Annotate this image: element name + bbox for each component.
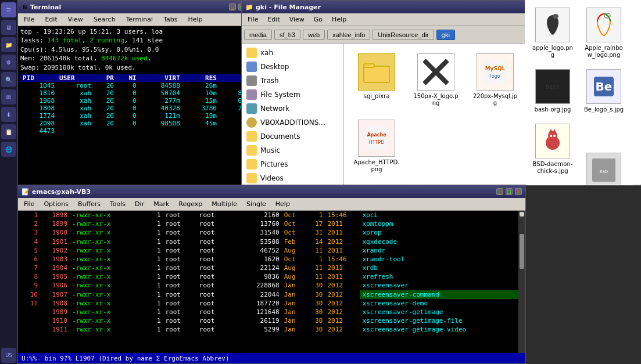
file-item-bsd-figurines[interactable]: BSD BSD_figurines.jpg bbox=[581, 150, 627, 185]
sidebar-item-network[interactable]: Network bbox=[242, 102, 343, 116]
emacs-menu-buffers[interactable]: Buffers bbox=[74, 199, 104, 209]
taskbar-icon-3[interactable]: ⚙ bbox=[1, 55, 16, 70]
be-logo-icon: Be bbox=[586, 69, 621, 104]
terminal-content[interactable]: top - 19:23:26 up 15:21, 3 users, loa Ta… bbox=[18, 26, 258, 185]
terminal-window: 🖥 Terminal _ □ ✕ File Edit View Search T… bbox=[17, 0, 259, 186]
emacs-line-numbers: 1 2 3 4 5 6 7 8 9 10 11 bbox=[18, 211, 40, 353]
taskbar-icon-5[interactable]: ✉ bbox=[1, 89, 16, 104]
emacs-menu-file[interactable]: File bbox=[20, 199, 38, 209]
col-pid: PID bbox=[20, 74, 57, 82]
extra-files-grid: apple_logo.png Apple_rainbow_logo.png ba… bbox=[529, 5, 636, 185]
table-row: 1808xah2004032837802496 bbox=[20, 104, 256, 112]
file-item-apache[interactable]: Apache HTTPD Apache_HTTPD.png bbox=[350, 117, 403, 176]
fm-menu-view[interactable]: View bbox=[286, 15, 308, 24]
terminal-menu-tabs[interactable]: Tabs bbox=[160, 15, 181, 24]
sidebar-item-filesystem[interactable]: File System bbox=[242, 88, 343, 102]
emacs-menu-dir[interactable]: Dir bbox=[131, 199, 148, 209]
svg-rect-4 bbox=[484, 60, 507, 84]
fm-toolbar-unixresource[interactable]: UnixResource_dir bbox=[373, 30, 434, 40]
xlogo-icon bbox=[417, 53, 454, 91]
svg-text:MySQL: MySQL bbox=[485, 66, 506, 71]
fm-menu-go[interactable]: Go bbox=[310, 15, 326, 24]
taskbar-left: ☰ 🖥 📁 ⚙ 🔍 ✉ ⬇ 📋 🌐 US bbox=[0, 0, 17, 364]
taskbar-icon-1[interactable]: 🖥 bbox=[1, 20, 16, 35]
table-row: 1906 -rwxr-xr-x 1 root root 228868 Jan 3… bbox=[40, 281, 518, 290]
fm-menu-file[interactable]: File bbox=[244, 15, 262, 24]
file-name-bsd-daemon: BSD-daemon-chick-s.jpg bbox=[532, 161, 573, 175]
sidebar-item-vbox[interactable]: VBOXADDITIONS... bbox=[242, 116, 343, 129]
terminal-menu-terminal[interactable]: Terminal bbox=[123, 15, 157, 24]
file-item-apple-rainbow[interactable]: Apple_rainbow_logo.png bbox=[581, 5, 627, 62]
taskbar-icon-2[interactable]: 📁 bbox=[1, 37, 16, 52]
file-item-apple-logo[interactable]: apple_logo.png bbox=[529, 5, 576, 62]
emacs-close-button[interactable]: ✕ bbox=[515, 188, 522, 195]
file-name-mysql: 220px-Mysql.jpg bbox=[472, 93, 518, 107]
cdrom-icon bbox=[246, 117, 257, 128]
bsd-daemon-icon bbox=[535, 124, 570, 158]
file-item-bsd-daemon[interactable]: BSD-daemon-chick-s.jpg bbox=[529, 121, 576, 185]
col-pr: PR bbox=[94, 74, 116, 82]
table-row: 1968xah200277m15m6284 bbox=[20, 97, 256, 104]
sidebar-item-pictures[interactable]: Pictures bbox=[242, 157, 343, 171]
emacs-menu-mark[interactable]: Mark bbox=[150, 199, 173, 209]
sidebar-item-desktop[interactable]: Desktop bbox=[242, 60, 343, 74]
emacs-menu-single[interactable]: Single bbox=[243, 199, 270, 209]
sidebar-item-videos[interactable]: Videos bbox=[242, 171, 343, 185]
emacs-maximize-button[interactable]: □ bbox=[506, 188, 513, 195]
fm-toolbar-media[interactable]: media bbox=[244, 30, 272, 40]
taskbar-icon-6[interactable]: ⬇ bbox=[1, 107, 16, 122]
emacs-main-content[interactable]: 1898 -rwxr-xr-x 1 root root 2160 Oct 1 1… bbox=[40, 211, 518, 353]
videos-icon bbox=[246, 173, 257, 183]
documents-icon bbox=[246, 131, 257, 142]
emacs-menu-regexp[interactable]: Regexp bbox=[175, 199, 206, 209]
fm-menu-help[interactable]: Help bbox=[328, 15, 350, 24]
table-row: 1910 -rwxr-xr-x 1 root root 26119 Jan 30… bbox=[40, 316, 518, 325]
emacs-content[interactable]: 1 2 3 4 5 6 7 8 9 10 11 1898 -rwxr-xr-x … bbox=[18, 211, 525, 353]
sidebar-item-xah[interactable]: xah bbox=[242, 46, 343, 60]
fm-toolbar-xahlee[interactable]: xahlee_info bbox=[327, 30, 370, 40]
fm-toolbar-gki[interactable]: gki bbox=[436, 30, 455, 40]
sidebar-label-pictures: Pictures bbox=[260, 160, 288, 168]
emacs-minimize-button[interactable]: _ bbox=[496, 188, 503, 195]
svg-point-22 bbox=[553, 135, 556, 137]
sidebar-label-music: Music bbox=[260, 146, 280, 154]
terminal-menu-help[interactable]: Help bbox=[185, 15, 206, 24]
terminal-menu-file[interactable]: File bbox=[20, 15, 38, 24]
terminal-menu-view[interactable]: View bbox=[65, 15, 87, 24]
file-item-mysql[interactable]: MySQL logo 220px-Mysql.jpg bbox=[469, 51, 521, 110]
sidebar-label-vbox: VBOXADDITIONS... bbox=[260, 118, 325, 127]
file-item-sgipixra[interactable]: sgi_pixra bbox=[350, 51, 403, 110]
sidebar-item-trash[interactable]: Trash bbox=[242, 74, 343, 88]
taskbar-icon-us[interactable]: US bbox=[1, 348, 16, 363]
emacs-menu-multiple[interactable]: Multiple bbox=[208, 199, 241, 209]
sidebar-label-network: Network bbox=[260, 104, 289, 113]
sidebar-item-music[interactable]: Music bbox=[242, 143, 343, 157]
col-res: RES bbox=[182, 74, 219, 82]
folder-file-icon bbox=[358, 53, 395, 91]
taskbar-icon-4[interactable]: 🔍 bbox=[1, 72, 16, 87]
folder-icon bbox=[246, 48, 257, 58]
svg-text:logo: logo bbox=[490, 74, 500, 79]
taskbar-icon-7[interactable]: 📋 bbox=[1, 124, 16, 139]
emacs-menu-options[interactable]: Options bbox=[40, 199, 71, 209]
emacs-scrollbar[interactable] bbox=[518, 211, 525, 353]
fm-toolbar-web[interactable]: web bbox=[303, 30, 325, 40]
terminal-icon: 🖥 bbox=[22, 3, 28, 11]
fm-menu-edit[interactable]: Edit bbox=[264, 15, 283, 24]
taskbar-icon-8[interactable]: 🌐 bbox=[1, 142, 16, 157]
taskbar-icon-0[interactable]: ☰ bbox=[1, 2, 16, 17]
table-row: 1908 -rwxr-xr-x 1 root root 187720 Jan 3… bbox=[40, 299, 518, 308]
emacs-menu-tools[interactable]: Tools bbox=[106, 199, 129, 209]
terminal-titlebar: 🖥 Terminal _ □ ✕ bbox=[18, 1, 258, 13]
file-item-be-logo[interactable]: Be Be_logo_s.jpg bbox=[581, 66, 627, 116]
emacs-menu-help[interactable]: Help bbox=[272, 199, 293, 209]
svg-point-21 bbox=[550, 135, 552, 137]
svg-rect-10 bbox=[365, 127, 388, 150]
terminal-menu-edit[interactable]: Edit bbox=[41, 15, 60, 24]
file-item-xlogo[interactable]: 150px-X_logo.png bbox=[410, 51, 462, 110]
fm-toolbar-sfh3[interactable]: sf_h3 bbox=[274, 30, 300, 40]
terminal-menu-search[interactable]: Search bbox=[90, 15, 119, 24]
file-item-bash[interactable]: bash bash-org.jpg bbox=[529, 66, 576, 116]
sidebar-item-documents[interactable]: Documents bbox=[242, 129, 343, 143]
terminal-minimize-button[interactable]: _ bbox=[229, 3, 236, 10]
